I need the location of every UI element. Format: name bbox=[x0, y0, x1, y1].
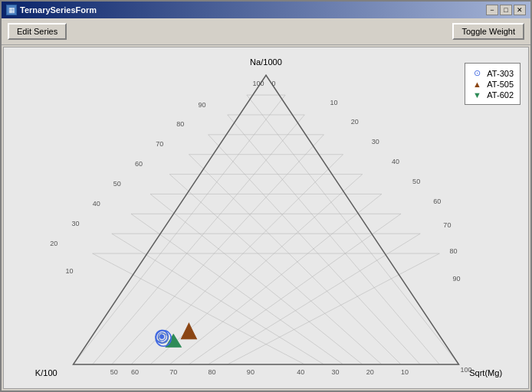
title-bar-left: ▦ TernarySeriesForm bbox=[6, 5, 97, 15]
svg-text:100: 100 bbox=[252, 80, 264, 87]
svg-text:50: 50 bbox=[412, 178, 420, 185]
svg-text:100: 100 bbox=[460, 366, 471, 374]
title-bar: ▦ TernarySeriesForm − □ ✕ bbox=[2, 2, 530, 18]
legend-item-at602: ▼ AT-602 bbox=[471, 90, 514, 100]
legend-icon-at505: ▲ bbox=[471, 80, 482, 89]
svg-text:50: 50 bbox=[110, 368, 118, 376]
legend-label-at602: AT-602 bbox=[487, 90, 514, 100]
svg-text:30: 30 bbox=[372, 138, 379, 145]
svg-text:80: 80 bbox=[209, 368, 216, 376]
svg-text:60: 60 bbox=[433, 198, 441, 205]
svg-text:50: 50 bbox=[113, 180, 121, 188]
svg-text:K/100: K/100 bbox=[35, 368, 57, 377]
svg-text:10: 10 bbox=[401, 368, 409, 376]
svg-text:20: 20 bbox=[366, 368, 374, 376]
svg-text:30: 30 bbox=[72, 220, 80, 227]
svg-text:90: 90 bbox=[247, 368, 255, 376]
main-window: ▦ TernarySeriesForm − □ ✕ Edit Series To… bbox=[0, 0, 532, 392]
svg-rect-0 bbox=[4, 47, 528, 388]
svg-text:90: 90 bbox=[198, 101, 205, 109]
svg-text:70: 70 bbox=[156, 140, 163, 148]
maximize-button[interactable]: □ bbox=[500, 5, 512, 15]
svg-text:20: 20 bbox=[351, 118, 359, 126]
svg-text:80: 80 bbox=[449, 247, 457, 255]
close-button[interactable]: ✕ bbox=[514, 5, 526, 15]
edit-series-button[interactable]: Edit Series bbox=[8, 23, 67, 40]
svg-text:40: 40 bbox=[392, 158, 399, 165]
svg-text:60: 60 bbox=[131, 368, 139, 376]
minimize-button[interactable]: − bbox=[486, 5, 498, 15]
app-icon: ▦ bbox=[6, 5, 17, 15]
legend: ⊙ AT-303 ▲ AT-505 ▼ AT-602 bbox=[465, 63, 521, 105]
legend-item-at303: ⊙ AT-303 bbox=[471, 68, 514, 78]
legend-icon-at303: ⊙ bbox=[471, 68, 482, 78]
svg-text:70: 70 bbox=[443, 221, 451, 229]
chart-area: TChart bbox=[3, 47, 529, 389]
title-bar-controls: − □ ✕ bbox=[486, 5, 526, 15]
svg-text:20: 20 bbox=[50, 240, 57, 247]
svg-text:0: 0 bbox=[272, 80, 276, 87]
ternary-chart: Na/1000 K/100 Sqrt(Mg) 90 80 70 60 50 40… bbox=[4, 47, 528, 388]
svg-text:40: 40 bbox=[93, 200, 100, 207]
toolbar: Edit Series Toggle Weight bbox=[2, 18, 530, 45]
svg-text:90: 90 bbox=[452, 275, 460, 283]
legend-label-at505: AT-505 bbox=[487, 80, 514, 89]
svg-text:10: 10 bbox=[65, 267, 73, 275]
legend-item-at505: ▲ AT-505 bbox=[471, 80, 514, 89]
svg-text:80: 80 bbox=[176, 120, 184, 128]
svg-text:10: 10 bbox=[330, 98, 337, 106]
svg-text:60: 60 bbox=[135, 160, 143, 168]
svg-text:Na/1000: Na/1000 bbox=[250, 57, 282, 67]
legend-label-at303: AT-303 bbox=[487, 69, 514, 78]
svg-text:Sqrt(Mg): Sqrt(Mg) bbox=[469, 368, 502, 377]
toggle-weight-button[interactable]: Toggle Weight bbox=[452, 23, 524, 40]
svg-text:40: 40 bbox=[297, 368, 304, 376]
window-title: TernarySeriesForm bbox=[20, 5, 97, 15]
svg-text:30: 30 bbox=[332, 368, 340, 376]
legend-icon-at602: ▼ bbox=[471, 90, 482, 100]
svg-text:70: 70 bbox=[169, 368, 177, 376]
